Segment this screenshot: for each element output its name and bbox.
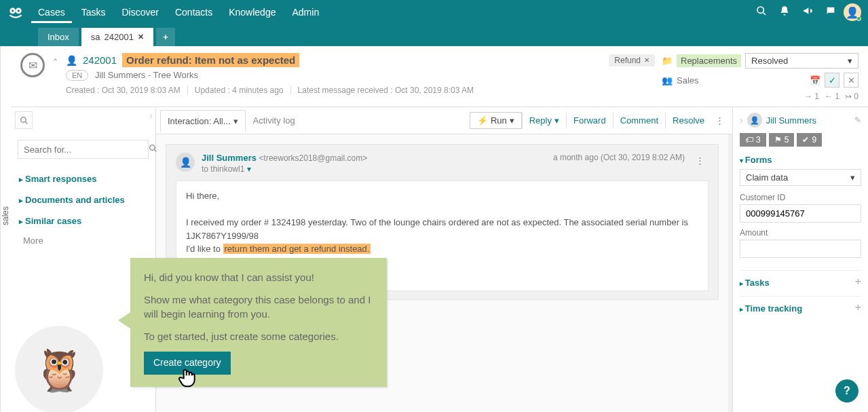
message-highlight: return them and get a refund instead.	[223, 244, 371, 254]
owl-mascot: 🦉	[15, 326, 103, 412]
tab-close-icon[interactable]: ✕	[138, 33, 144, 41]
run-button[interactable]: ⚡ Run ▾	[470, 112, 522, 129]
envelope-icon: ✉	[20, 53, 45, 77]
refund-chip[interactable]: Refund ✕	[609, 54, 655, 67]
more-actions-icon[interactable]: ⋮	[711, 113, 728, 128]
tabs-row: Inbox sa 242001 ✕ +	[0, 24, 868, 46]
left-search-toggle[interactable]	[15, 111, 33, 129]
message-more-icon[interactable]: ⋮	[692, 153, 709, 174]
mid-toolbar: Interaction: All...▾ Activity log ⚡ Run …	[156, 107, 732, 134]
add-task-icon[interactable]: +	[855, 276, 861, 288]
create-category-button[interactable]: Create category	[144, 352, 231, 375]
assist-line3: To get started, just create some categor…	[144, 329, 373, 343]
help-fab[interactable]: ?	[835, 379, 858, 402]
search-submit-icon[interactable]	[143, 141, 163, 158]
search-icon[interactable]	[751, 5, 772, 19]
case-title: Order refund: Item not as expected	[122, 53, 299, 67]
team-label: Sales	[677, 75, 699, 86]
svg-line-9	[154, 149, 156, 151]
accordion-similar-cases[interactable]: Similar cases	[15, 210, 151, 231]
assist-line2: Show me what category this case belongs …	[144, 293, 373, 321]
case-stats: → 1 ← 1 ↣ 0	[662, 92, 858, 101]
assist-line1: Hi, did you know that I can assist you!	[144, 270, 373, 284]
nav-contacts[interactable]: Contacts	[168, 1, 219, 23]
search-input[interactable]	[18, 141, 143, 158]
bell-icon[interactable]	[774, 5, 795, 19]
svg-point-6	[20, 117, 26, 122]
team-icon: 👥	[662, 75, 673, 86]
accordion-smart-responses[interactable]: Smart responses	[15, 168, 151, 189]
left-more-link[interactable]: More	[15, 231, 151, 250]
message-greeting: Hi there,	[186, 189, 698, 203]
svg-point-4	[757, 7, 763, 13]
top-nav: Cases Tasks Discover Contacts Knowledge …	[0, 0, 868, 24]
field-amount[interactable]	[740, 240, 861, 258]
case-header: ✉ ⌃ 👤 242001 Order refund: Item not as e…	[11, 46, 868, 107]
accordion-documents[interactable]: Documents and articles	[15, 189, 151, 210]
tab-inbox[interactable]: Inbox	[38, 28, 79, 46]
nav-discover[interactable]: Discover	[115, 1, 165, 23]
comment-button[interactable]: Comment	[613, 113, 665, 128]
case-contact[interactable]: Jill Summers - Tree Works	[95, 70, 198, 80]
badge-flags[interactable]: ⚑5	[769, 133, 795, 147]
chevron-down-icon: ▾	[510, 115, 514, 126]
chat-icon[interactable]	[820, 5, 841, 19]
cancel-button[interactable]: ✕	[844, 73, 858, 88]
chevron-down-icon[interactable]: ▾	[247, 164, 251, 174]
calendar-icon[interactable]: 📅	[810, 75, 820, 86]
nav-tasks[interactable]: Tasks	[75, 1, 113, 23]
right-panel-collapse[interactable]: ›	[740, 115, 743, 126]
form-select[interactable]: Claim data▾	[740, 169, 861, 186]
svg-point-2	[12, 10, 14, 12]
search-box	[18, 140, 149, 159]
message-from-name[interactable]: Jill Summers	[202, 153, 257, 163]
case-latest: Latest message received : Oct 30, 2019 8…	[298, 86, 480, 95]
folder-chip[interactable]: Replacements	[677, 54, 741, 67]
field-label-customer-id: Customer ID	[740, 193, 861, 202]
case-meta: Created : Oct 30, 2019 8:03 AM Updated :…	[66, 86, 655, 95]
resolve-button[interactable]: Resolve	[665, 113, 711, 128]
left-panel-collapse[interactable]: ‹	[149, 110, 153, 121]
tab-interaction[interactable]: Interaction: All...▾	[160, 110, 246, 132]
tab-case[interactable]: sa 242001 ✕	[81, 28, 153, 46]
refund-chip-remove[interactable]: ✕	[644, 56, 649, 64]
case-number[interactable]: 242001	[83, 54, 117, 66]
status-value: Resolved	[751, 56, 788, 66]
add-time-icon[interactable]: +	[855, 301, 861, 314]
pencil-icon[interactable]: ✎	[854, 115, 861, 125]
assistant-popup: Hi, did you know that I can assist you! …	[130, 258, 387, 387]
folder-icon: 📁	[662, 56, 673, 66]
case-created: Created : Oct 30, 2019 8:03 AM	[66, 86, 188, 95]
field-customer-id[interactable]	[740, 204, 861, 223]
nav-knowledge[interactable]: Knowledge	[222, 1, 282, 23]
megaphone-icon[interactable]	[797, 5, 818, 19]
user-avatar[interactable]: 👤	[844, 3, 861, 21]
presence-dot	[856, 16, 861, 21]
badge-checks[interactable]: ✔9	[797, 133, 822, 147]
message-from-email: <treeworks2018@gmail.com>	[259, 153, 368, 163]
svg-point-3	[18, 10, 20, 12]
case-updated: Updated : 4 minutes ago	[195, 86, 291, 95]
message-time: a month ago (Oct 30, 2019 8:02 AM)	[553, 153, 685, 174]
message-line1: I received my order # 1324198 yesterday.…	[186, 216, 698, 242]
badge-tags[interactable]: 🏷3	[740, 133, 766, 147]
status-select[interactable]: Resolved ▾	[745, 53, 858, 69]
tab-activity-log[interactable]: Activity log	[246, 109, 303, 132]
section-time-tracking[interactable]: Time tracking	[740, 303, 802, 314]
chevron-down-icon: ▾	[554, 115, 559, 126]
person-icon: 👤	[66, 55, 77, 66]
chevron-down-icon: ▾	[233, 116, 238, 126]
confirm-button[interactable]: ✓	[825, 73, 839, 88]
nav-admin[interactable]: Admin	[285, 1, 326, 23]
reply-button[interactable]: Reply▾	[522, 113, 566, 128]
contact-name[interactable]: Jill Summers	[766, 115, 850, 126]
svg-point-8	[150, 145, 155, 151]
nav-cases[interactable]: Cases	[31, 1, 72, 23]
check-icon: ✔	[802, 135, 809, 145]
section-forms[interactable]: Forms	[740, 155, 861, 165]
section-tasks[interactable]: Tasks	[740, 278, 770, 288]
svg-line-7	[25, 121, 27, 124]
forward-button[interactable]: Forward	[566, 113, 613, 128]
case-nav-caret[interactable]: ⌃	[52, 57, 59, 101]
tab-add-button[interactable]: +	[156, 28, 175, 46]
